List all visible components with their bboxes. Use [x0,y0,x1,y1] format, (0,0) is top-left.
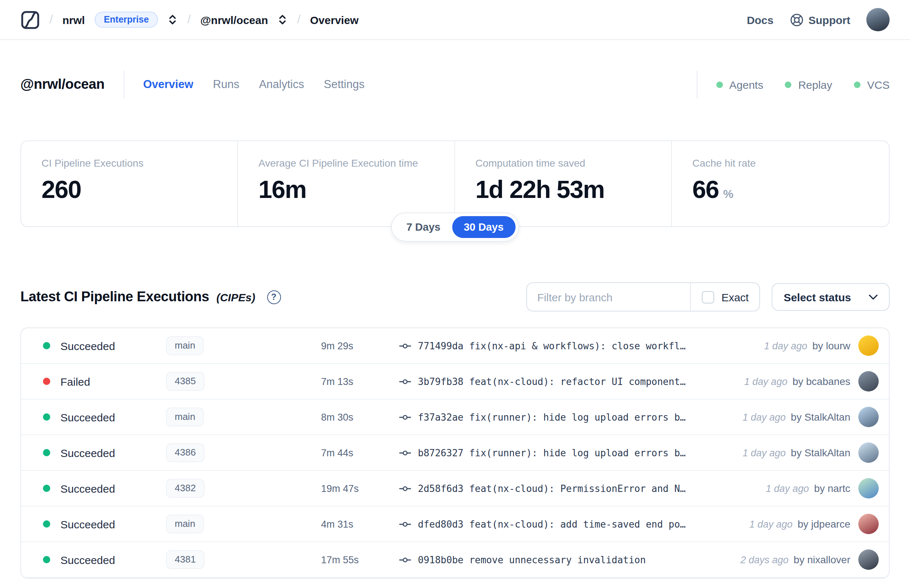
row-avatar[interactable] [858,336,879,356]
row-avatar[interactable] [858,514,879,534]
breadcrumb-org[interactable]: nrwl [62,13,85,26]
commit-message: feat(nx-cloud): refactor UI component… [469,376,686,387]
tab-overview[interactable]: Overview [143,78,193,91]
status-label: Succeeded [60,518,115,530]
exact-checkbox[interactable] [702,291,714,303]
time-ago: 1 day ago [744,376,788,387]
row-avatar[interactable] [858,549,879,570]
commit-cell[interactable]: f37a32ae fix(runner): hide log upload er… [399,411,743,423]
stat-value: 1d 22h 53m [475,175,671,204]
commit-hash[interactable]: f37a32ae [418,412,463,422]
row-avatar[interactable] [858,407,879,427]
commit-hash[interactable]: dfed80d3 [418,519,463,530]
git-commit-icon [399,553,411,566]
enterprise-badge: Enterprise [94,11,158,28]
range-option-30-days[interactable]: 30 Days [452,216,516,238]
commit-cell[interactable]: 2d58f6d3 feat(nx-cloud): PermissionError… [399,482,766,494]
tab-runs[interactable]: Runs [213,78,239,91]
workspace-title: @nrwl/ocean [20,76,105,92]
row-avatar[interactable] [858,443,879,463]
time-ago: 1 day ago [743,412,786,422]
commit-hash[interactable]: 0918b0be [418,554,463,565]
commit-cell[interactable]: 0918b0be remove unnecessary invalidation [399,553,740,566]
cipe-row[interactable]: Failed 4385 7m 13s 3b79fb38 feat(nx-clou… [21,364,889,399]
git-commit-icon [399,446,411,459]
git-commit-icon [399,411,411,423]
duration-cell: 8m 30s [321,412,399,422]
exact-label: Exact [721,291,749,303]
cipe-section-header: Latest CI Pipeline Executions (CIPEs) Ex… [20,283,890,312]
duration-cell: 7m 44s [321,447,399,458]
cipe-row[interactable]: Succeeded main 9m 29s 771499da fix(nx-ap… [21,328,889,364]
commit-text: 3b79fb38 feat(nx-cloud): refactor UI com… [418,376,686,387]
status-select-dropdown[interactable]: Select status [772,283,890,311]
user-avatar[interactable] [866,8,890,31]
status-cell: Succeeded [21,518,166,530]
branch-badge[interactable]: 4386 [166,443,205,462]
stat-label: Computation time saved [475,157,671,169]
indicator-vcs[interactable]: VCS [854,78,890,90]
commit-hash[interactable]: 771499da [418,340,463,351]
row-avatar[interactable] [858,371,879,391]
branch-badge[interactable]: main [166,514,204,534]
commit-cell[interactable]: 771499da fix(nx-api & workflows): close … [399,339,764,352]
indicator-agents[interactable]: Agents [716,78,763,90]
help-icon[interactable] [267,290,281,304]
commit-text: b8726327 fix(runner): hide log upload er… [418,447,686,458]
cipe-row[interactable]: Succeeded 4386 7m 44s b8726327 fix(runne… [21,435,889,471]
stat-value: 16m [259,175,454,204]
branch-badge[interactable]: 4385 [166,372,205,391]
commit-hash[interactable]: 2d58f6d3 [418,483,463,494]
commit-cell[interactable]: 3b79fb38 feat(nx-cloud): refactor UI com… [399,375,744,388]
lifebuoy-icon [789,13,803,27]
status-dot [43,378,50,385]
cipe-row[interactable]: Succeeded main 8m 30s f37a32ae fix(runne… [21,399,889,435]
workspace-switcher-icon[interactable] [277,14,288,26]
branch-cell: main [166,336,321,355]
branch-badge[interactable]: main [166,407,204,427]
duration-cell: 17m 55s [321,554,399,565]
range-option-7-days[interactable]: 7 Days [394,216,452,238]
branch-cell: main [166,514,321,534]
support-link[interactable]: Support [789,13,850,27]
cipe-row[interactable]: Succeeded 4381 17m 55s 0918b0be remove u… [21,542,889,578]
stat-label: Average CI Pipeline Execution time [259,157,454,169]
breadcrumb-workspace[interactable]: @nrwl/ocean [200,13,268,26]
branch-badge[interactable]: 4381 [166,550,205,569]
branch-badge[interactable]: 4382 [166,478,205,498]
commit-hash[interactable]: b8726327 [418,447,463,458]
status-cell: Failed [21,375,166,388]
top-bar-actions: Docs Support [747,8,890,31]
workspace-header: @nrwl/ocean Overview Runs Analytics Sett… [0,70,910,99]
breadcrumb-separator: / [187,12,191,27]
meta-cell: 1 day ago by jdpearce [750,514,889,534]
commit-cell[interactable]: dfed80d3 feat(nx-cloud): add time-saved … [399,518,750,530]
org-switcher-icon[interactable] [168,14,178,26]
commit-cell[interactable]: b8726327 fix(runner): hide log upload er… [399,446,743,459]
status-label: Succeeded [60,411,115,423]
row-avatar[interactable] [858,478,879,499]
nx-cloud-logo-icon[interactable] [20,10,40,29]
cipe-row[interactable]: Succeeded main 4m 31s dfed80d3 feat(nx-c… [21,507,889,542]
duration-cell: 9m 29s [321,340,399,351]
cipe-row[interactable]: Succeeded 4382 19m 47s 2d58f6d3 feat(nx-… [21,471,889,507]
tab-analytics[interactable]: Analytics [259,78,304,91]
git-commit-icon [399,482,411,494]
branch-filter-input[interactable] [527,283,690,311]
author: by nixallover [794,554,850,565]
tab-settings[interactable]: Settings [323,78,364,91]
status-dot [43,449,50,456]
time-ago: 1 day ago [743,447,786,458]
branch-badge[interactable]: main [166,336,204,355]
cipe-section-title-suffix: (CIPEs) [216,291,255,303]
indicator-label: VCS [867,78,890,90]
status-label: Succeeded [60,482,115,494]
chevron-down-icon [868,294,878,300]
exact-match-toggle[interactable]: Exact [690,283,760,311]
indicator-replay[interactable]: Replay [785,78,832,90]
breadcrumb-page: Overview [310,13,359,26]
docs-link[interactable]: Docs [747,13,774,26]
app-root: / nrwl Enterprise / @nrwl/ocean / Overvi… [0,0,910,588]
commit-hash[interactable]: 3b79fb38 [418,376,463,387]
stats-section: CI Pipeline Executions 260 Average CI Pi… [20,141,890,227]
